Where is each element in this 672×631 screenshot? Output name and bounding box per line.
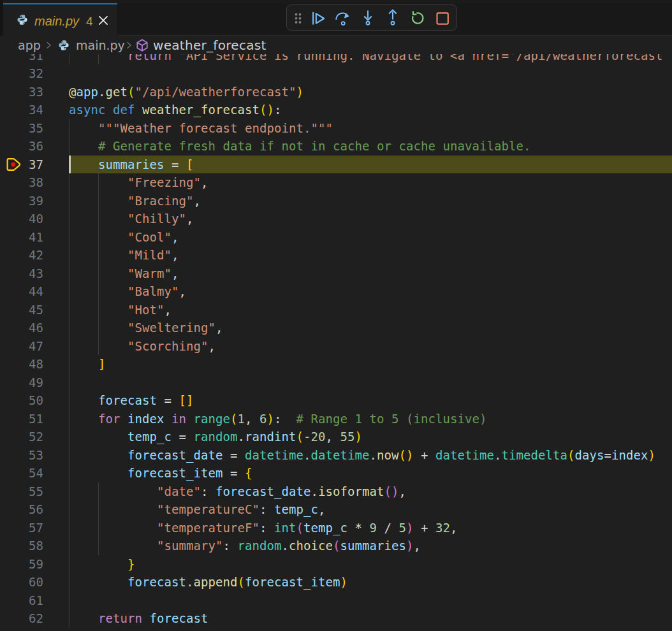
code-token: , (186, 212, 194, 226)
line-number[interactable]: 36 (0, 137, 43, 156)
code-token (172, 54, 179, 62)
line-number[interactable]: 43 (0, 265, 43, 283)
line-number[interactable]: 38 (0, 173, 43, 192)
code-text: return forecast (69, 609, 208, 628)
code-line-57: 57 "temperatureF": int(temp_c * 9 / 5) +… (0, 519, 672, 537)
line-number[interactable]: 44 (0, 282, 43, 301)
code-token (347, 521, 355, 535)
tab-bar: main.py 4 (0, 0, 672, 36)
line-number[interactable]: 40 (0, 210, 43, 228)
line-number[interactable]: 58 (0, 537, 43, 555)
line-number[interactable]: 56 (0, 500, 43, 519)
line-number[interactable]: 61 (0, 591, 43, 610)
close-icon[interactable] (98, 15, 108, 25)
line-number[interactable]: 45 (0, 301, 43, 319)
code-token: "API Service is running. Navigate to <a … (179, 54, 663, 62)
code-token: , (201, 175, 208, 189)
debug-step-out-button[interactable] (382, 8, 404, 29)
line-number[interactable]: 60 (0, 573, 43, 591)
code-token: get (106, 85, 128, 99)
code-token: ) (406, 521, 414, 535)
code-token (69, 448, 128, 462)
code-token (69, 266, 128, 280)
code-token: : (274, 412, 282, 426)
code-token (69, 321, 128, 335)
code-token (164, 412, 172, 426)
code-token: summaries (340, 539, 407, 553)
code-token: { (245, 466, 252, 480)
code-line-47: 47 "Scorching", (0, 337, 672, 356)
debug-stop-button[interactable] (432, 8, 453, 29)
debug-step-over-button[interactable] (332, 8, 354, 29)
code-token: : (274, 103, 282, 117)
code-token (106, 103, 113, 117)
code-token: "date" (157, 484, 201, 498)
code-line-37: 37 summaries = [ (0, 156, 672, 174)
code-token: ) (267, 412, 275, 426)
vscode-window: main.py 4 (0, 0, 672, 631)
breadcrumb-item-weather-forecast[interactable]: weather_forecast (153, 38, 267, 53)
code-token: , (414, 539, 421, 553)
code-token: . (282, 539, 289, 553)
code-token: @ (69, 85, 77, 99)
line-number[interactable]: 34 (0, 101, 43, 119)
code-token (69, 484, 157, 498)
debug-restart-button[interactable] (407, 8, 429, 29)
debug-step-into-button[interactable] (357, 8, 379, 29)
code-token (69, 502, 157, 516)
line-number[interactable]: 59 (0, 555, 43, 574)
code-token (69, 194, 128, 208)
line-number[interactable]: 46 (0, 319, 43, 337)
line-number[interactable]: 33 (0, 83, 43, 101)
code-token: return (128, 54, 172, 62)
line-number[interactable]: 39 (0, 192, 43, 210)
line-number[interactable]: 52 (0, 428, 43, 446)
line-number[interactable]: 53 (0, 446, 43, 465)
code-token: ( (384, 484, 392, 498)
code-text: forecast.append(forecast_item) (69, 573, 347, 591)
code-line-39: 39 "Bracing", (0, 192, 672, 210)
line-number[interactable]: 48 (0, 355, 43, 374)
line-number[interactable]: 55 (0, 482, 43, 501)
code-line-54: 54 forecast_item = { (0, 464, 672, 482)
code-token: weather_forecast (142, 103, 259, 117)
code-token: . (98, 85, 106, 99)
code-lines: 31 return "API Service is running. Navig… (0, 54, 672, 628)
line-number[interactable]: 32 (0, 64, 43, 83)
code-token: * (355, 521, 363, 535)
code-line-46: 46 "Sweltering", (0, 319, 672, 337)
code-token: forecast_date (128, 448, 223, 462)
code-token: def (113, 103, 135, 117)
line-number[interactable]: 42 (0, 246, 43, 265)
line-number[interactable]: 57 (0, 519, 43, 537)
code-token (362, 521, 370, 535)
line-number[interactable]: 54 (0, 464, 43, 482)
line-number[interactable]: 50 (0, 391, 43, 410)
code-token (69, 303, 128, 317)
code-token: app (77, 85, 99, 99)
code-token: ( (238, 575, 245, 589)
line-number[interactable]: 41 (0, 228, 43, 247)
code-token: summaries (98, 157, 164, 171)
code-text: async def weather_forecast(): (69, 101, 281, 119)
code-token (208, 484, 216, 498)
line-number[interactable]: 51 (0, 410, 43, 428)
code-line-50: 50 forecast = [] (0, 391, 672, 410)
code-token: } (128, 557, 135, 571)
line-number[interactable]: 49 (0, 374, 43, 392)
line-number[interactable]: 47 (0, 337, 43, 356)
code-token: = (164, 393, 172, 407)
line-number[interactable]: 62 (0, 609, 43, 628)
line-number[interactable]: 35 (0, 119, 43, 138)
line-number[interactable]: 37 (0, 156, 43, 174)
code-editor[interactable]: 31 return "API Service is running. Navig… (0, 54, 672, 631)
debug-toolbar-gripper[interactable] (289, 8, 310, 29)
debug-continue-button[interactable] (309, 8, 331, 29)
line-number[interactable]: 31 (0, 54, 43, 64)
code-token: : (223, 539, 231, 553)
code-token: : (201, 484, 208, 498)
code-token (238, 466, 245, 480)
breadcrumb-item-main-py[interactable]: main.py (76, 38, 125, 52)
code-token: . (494, 448, 502, 462)
breadcrumb-item-app[interactable]: app (18, 38, 41, 52)
